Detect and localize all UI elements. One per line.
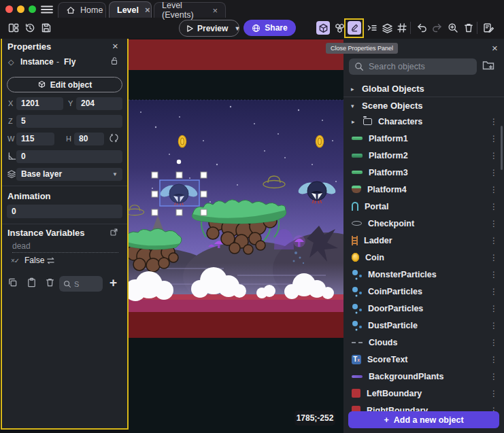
object-row[interactable]: Coin⋮ <box>343 249 504 266</box>
chevron-down-icon[interactable]: ▼ <box>234 25 240 32</box>
tab-home[interactable]: Home <box>58 2 106 18</box>
lock-ratio-icon[interactable] <box>110 133 118 143</box>
row-menu-icon[interactable]: ⋮ <box>490 321 504 330</box>
text-badge-icon: Tx <box>352 355 361 364</box>
object-row[interactable]: DustParticle⋮ <box>343 317 504 334</box>
object-label: Ladder <box>364 236 392 245</box>
tooltip: Close Properties Panel <box>326 43 398 54</box>
instance-kind: Instance <box>20 57 54 67</box>
panels-layout-icon[interactable] <box>7 21 20 35</box>
close-icon[interactable]: × <box>492 43 498 53</box>
object-row[interactable]: Clouds⋮ <box>343 334 504 351</box>
window-minimize-button[interactable] <box>17 5 24 13</box>
row-menu-icon[interactable]: ⋮ <box>490 270 504 279</box>
objects-search-input[interactable] <box>369 62 478 71</box>
trash-icon[interactable] <box>462 21 475 35</box>
object-row[interactable]: LeftBoundary⋮ <box>343 385 504 402</box>
object-row[interactable]: CoinParticles⋮ <box>343 283 504 300</box>
object-row[interactable]: ▸Characters⋮ <box>343 113 504 130</box>
highlight-box-pencil <box>344 18 364 38</box>
object-row[interactable]: Platform2⋮ <box>343 147 504 164</box>
tab-label: Home <box>80 5 103 15</box>
object-label: Characters <box>378 117 422 126</box>
particles-icon <box>352 303 362 313</box>
objects-search[interactable] <box>349 58 477 75</box>
grid-icon[interactable] <box>395 21 409 35</box>
tab-close-icon[interactable]: × <box>145 5 150 14</box>
row-menu-icon[interactable]: ⋮ <box>490 253 504 262</box>
row-menu-icon[interactable]: ⋮ <box>490 185 504 194</box>
object-row[interactable]: Platform4⋮ <box>343 181 504 198</box>
group-global-objects[interactable]: ▸ Global Objects <box>343 82 504 96</box>
row-menu-icon[interactable]: ⋮ <box>490 236 504 245</box>
tab-close-icon[interactable]: × <box>212 6 218 15</box>
object-row[interactable]: MonsterParticles⋮ <box>343 266 504 283</box>
tab-level-events[interactable]: Level (Events) × <box>154 2 226 18</box>
close-icon[interactable]: × <box>112 41 118 51</box>
scrollbar[interactable] <box>501 126 503 170</box>
layers-icon[interactable] <box>380 21 394 35</box>
object-row[interactable]: TxScoreText⋮ <box>343 351 504 368</box>
object-row[interactable]: Ladder⋮ <box>343 232 504 249</box>
share-button[interactable]: Share <box>243 20 296 36</box>
unlock-icon[interactable] <box>110 56 119 66</box>
add-object-button[interactable]: + Add a new object <box>348 411 499 428</box>
undo-icon[interactable] <box>415 21 429 35</box>
expand-arrow-icon[interactable]: ▸ <box>352 118 357 125</box>
menu-icon[interactable] <box>41 5 53 14</box>
x-field[interactable]: 1201 <box>16 97 63 110</box>
object-row[interactable]: BackgroundPlants⋮ <box>343 368 504 385</box>
object-row[interactable]: DoorParticles⋮ <box>343 300 504 317</box>
animation-field[interactable]: 0 <box>7 205 122 218</box>
h-field[interactable]: 80 <box>74 133 104 145</box>
x-label: X <box>8 99 13 107</box>
variable-name[interactable]: dead <box>12 241 31 251</box>
coin-instance <box>179 136 186 148</box>
edit-scene-properties-icon[interactable] <box>482 21 495 35</box>
scene-canvas[interactable]: 1785;-252 <box>129 39 343 433</box>
h-label: H <box>66 135 71 143</box>
history-icon[interactable] <box>23 21 37 35</box>
row-menu-icon[interactable]: ⋮ <box>490 389 504 398</box>
object-row[interactable]: Platform1⋮ <box>343 130 504 147</box>
group-scene-objects[interactable]: ▾ Scene Objects <box>343 99 504 113</box>
toggle-value-icon[interactable] <box>46 256 56 265</box>
instance-icon: ◇ <box>8 58 14 67</box>
row-menu-icon[interactable]: ⋮ <box>490 117 504 126</box>
save-icon[interactable] <box>39 21 53 35</box>
object-row[interactable]: Portal⋮ <box>343 198 504 215</box>
layer-select[interactable]: Base layer ▼ <box>16 168 122 181</box>
instances-list-icon[interactable] <box>365 21 379 35</box>
row-menu-icon[interactable]: ⋮ <box>490 219 504 228</box>
trash-icon[interactable] <box>45 277 55 288</box>
redo-icon[interactable] <box>430 21 443 35</box>
y-field[interactable]: 204 <box>76 97 122 110</box>
add-variable-button[interactable]: + <box>110 275 117 290</box>
row-menu-icon[interactable]: ⋮ <box>490 338 504 347</box>
particles-icon <box>352 269 362 279</box>
scene-editor-3d-icon[interactable] <box>316 21 330 35</box>
tab-level[interactable]: Level × <box>109 1 152 18</box>
variable-value[interactable]: False <box>24 256 44 265</box>
object-row[interactable]: Checkpoint⋮ <box>343 215 504 232</box>
variables-search[interactable] <box>59 276 103 292</box>
variables-search-input[interactable] <box>74 280 95 288</box>
window-close-button[interactable] <box>5 5 13 13</box>
zoom-icon[interactable] <box>446 21 460 35</box>
paste-icon[interactable] <box>27 277 37 288</box>
copy-icon[interactable] <box>7 277 18 288</box>
object-row[interactable]: Platform3⋮ <box>343 164 504 181</box>
add-folder-icon[interactable] <box>482 60 494 71</box>
row-menu-icon[interactable]: ⋮ <box>490 304 504 313</box>
preview-button[interactable]: Preview ▼ <box>179 20 239 37</box>
row-menu-icon[interactable]: ⋮ <box>490 372 504 381</box>
open-variables-icon[interactable] <box>110 228 118 237</box>
row-menu-icon[interactable]: ⋮ <box>490 202 504 211</box>
w-field[interactable]: 115 <box>16 133 54 145</box>
row-menu-icon[interactable]: ⋮ <box>490 355 504 364</box>
edit-object-button[interactable]: Edit object <box>7 77 122 92</box>
z-field[interactable]: 5 <box>16 115 122 128</box>
window-zoom-button[interactable] <box>29 5 36 13</box>
row-menu-icon[interactable]: ⋮ <box>490 287 504 296</box>
angle-field[interactable]: 0 <box>16 150 122 163</box>
